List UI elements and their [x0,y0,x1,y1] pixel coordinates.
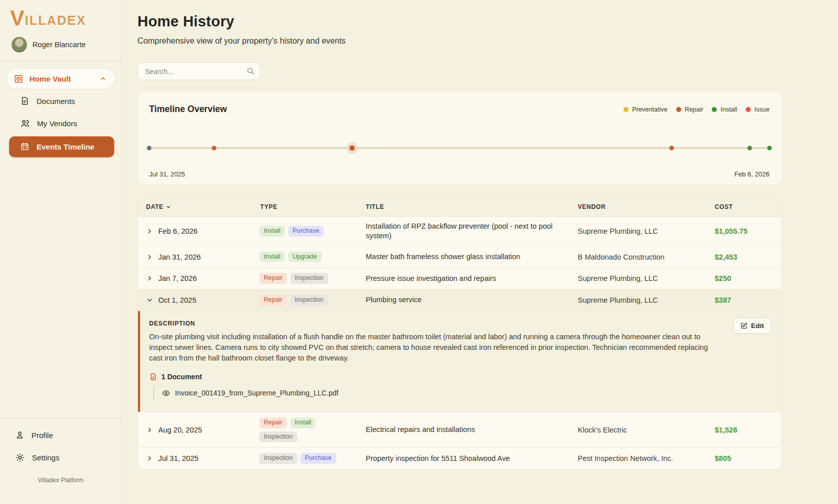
sidebar-item-profile[interactable]: Profile [0,424,121,446]
events-table: DATE TYPE TITLE VENDOR COST Feb 6, 2026 … [137,197,782,470]
timeline-point[interactable] [212,146,217,151]
search-icon [246,66,255,76]
document-orange-icon [149,373,157,381]
sidebar-item-events-timeline[interactable]: Events Timeline [9,136,114,157]
profile-person-icon [15,430,24,440]
logo-text: ILLADEX [25,14,86,27]
timeline-point[interactable] [747,146,752,151]
sidebar-item-documents[interactable]: Documents [6,91,115,112]
legend-item: Preventative [623,106,667,113]
legend-dot-icon [676,107,681,112]
table-row[interactable]: Jan 7, 2026 RepairInspection Pressure is… [138,267,781,289]
sidebar-item-label: Documents [37,97,75,105]
sidebar-item-label: My Vendors [37,119,77,128]
timeline-start-date: Jul 31, 2025 [149,170,185,178]
sidebar-item-settings[interactable]: Settings [0,446,121,469]
type-tag: Install [259,226,285,237]
sidebar-item-label: Events Timeline [37,142,94,151]
timeline-overview-card: Timeline Overview PreventativeRepairInst… [137,92,782,185]
eye-icon [162,389,170,398]
legend-dot-icon [623,107,628,112]
timeline-track-wrap [149,144,770,152]
type-tag: Install [259,251,285,263]
document-item[interactable]: Invoice_001419_from_Supreme_Plumbing_LLC… [162,386,710,401]
type-tag: Inspection [290,295,328,306]
platform-label: Villadex Platform [0,469,121,484]
sidebar-nav: Home Vault Documents My Vendors [0,61,121,157]
row-chevron-icon[interactable] [146,254,153,261]
document-icon [20,96,29,105]
row-date: Aug 20, 2025 [158,426,202,434]
user-profile-row[interactable]: Roger Blancarte [0,32,121,61]
type-tag: Inspection [290,273,328,284]
table-header-row: DATE TYPE TITLE VENDOR COST [138,198,781,217]
row-cost: $250 [707,269,782,287]
row-date: Jan 31, 2026 [158,253,201,261]
sidebar-divider-bottom [0,418,121,419]
row-date: Jan 7, 2026 [158,274,197,282]
legend-label: Issue [754,106,770,113]
row-chevron-icon[interactable] [146,426,153,434]
calendar-icon [20,142,29,151]
description-label: DESCRIPTION [149,320,710,327]
row-title: Electrical repairs and installations [358,420,570,440]
column-header-date[interactable]: DATE [138,203,252,210]
sidebar-item-home-vault[interactable]: Home Vault [6,68,115,89]
row-cost: $2,453 [707,248,782,266]
main-content: Home History Comprehensive view of your … [122,0,838,504]
row-type-tags: RepairInstallInspection [252,412,358,447]
timeline-point[interactable] [767,146,772,151]
row-vendor: Supreme Plumbing, LLC [570,222,707,240]
table-row[interactable]: Jan 31, 2026 InstallUpgrade Master bath … [138,246,781,268]
row-title: Master bath frameless shower glass insta… [358,247,570,267]
type-tag: Repair [259,417,287,428]
table-row[interactable]: Jul 31, 2025 InspectionPurchase Property… [138,447,781,469]
column-header-vendor: VENDOR [570,203,707,210]
vault-icon [14,74,23,84]
row-cost: $387 [707,291,782,309]
edit-button[interactable]: Edit [733,318,772,334]
table-row[interactable]: Aug 20, 2025 RepairInstallInspection Ele… [138,412,781,447]
search-input[interactable] [137,62,260,80]
legend-dot-icon [746,107,751,112]
timeline-point[interactable] [669,146,674,151]
table-row[interactable]: Oct 1, 2025 RepairInspection Plumbing se… [138,289,781,311]
sidebar-item-my-vendors[interactable]: My Vendors [6,113,115,134]
legend-item: Repair [676,106,704,113]
timeline-point-selected[interactable] [350,146,355,151]
row-title: Property inspection for 5511 Shoalwood A… [358,449,570,469]
row-type-tags: InspectionPurchase [252,448,358,469]
gear-icon [15,453,25,462]
row-vendor: Pest Inspection Network, Inc. [570,449,707,467]
sort-chevron-down-icon [165,204,171,210]
sidebar-footer: Profile Settings Villadex Platform [0,418,121,504]
row-cost: $1,055.75 [707,222,782,240]
row-cost: $1,528 [707,421,782,439]
search-box [137,62,260,80]
row-title: Plumbing service [358,290,570,310]
sidebar-item-label: Home Vault [29,75,71,83]
timeline-end-date: Feb 6, 2026 [735,170,770,178]
row-chevron-icon[interactable] [146,228,153,235]
event-detail-panel: DESCRIPTION On-site plumbing visit inclu… [138,311,781,412]
row-chevron-icon[interactable] [146,455,153,462]
row-cost: $805 [707,449,782,467]
legend-label: Preventative [632,106,667,113]
column-header-cost: COST [707,203,782,210]
row-chevron-icon[interactable] [146,275,153,282]
avatar [11,37,27,53]
row-type-tags: RepairInspection [252,268,358,289]
column-header-title: TITLE [358,203,570,210]
timeline-track [149,147,770,149]
row-type-tags: RepairInspection [252,290,358,311]
row-chevron-icon[interactable] [146,297,153,304]
chevron-up-icon [99,75,107,82]
timeline-point[interactable] [147,146,152,151]
edit-pencil-icon [740,322,748,330]
row-vendor: Klock's Electric [570,421,707,439]
legend-label: Repair [685,106,704,113]
timeline-title: Timeline Overview [149,104,227,115]
type-tag: Repair [259,295,287,306]
row-type-tags: InstallUpgrade [252,246,358,268]
table-row[interactable]: Feb 6, 2026 InstallPurchase Installation… [138,217,781,246]
